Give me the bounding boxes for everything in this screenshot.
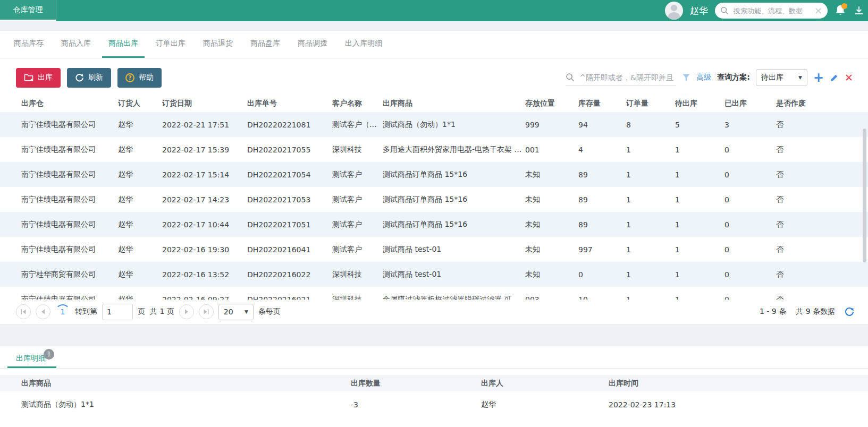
table-row[interactable]: 南宁佳绩电器有限公司赵华2022-02-17 15:14DH2022021705… bbox=[0, 162, 868, 187]
cell: 1 bbox=[675, 287, 724, 300]
download-icon[interactable] bbox=[853, 5, 865, 16]
table-row[interactable]: 南宁桂华商贸有限公司赵华2022-02-16 13:52DH2022021602… bbox=[0, 262, 868, 287]
table-filter[interactable] bbox=[566, 70, 676, 86]
tab-商品库存[interactable]: 商品库存 bbox=[7, 31, 50, 58]
cell: 1 bbox=[626, 212, 675, 237]
cell: -3 bbox=[351, 391, 481, 418]
app-title-tab[interactable]: 仓库管理 bbox=[0, 0, 56, 21]
cell: 2022-02-16 09:27 bbox=[162, 287, 247, 300]
tab-商品盘库[interactable]: 商品盘库 bbox=[244, 31, 286, 58]
detail-header-row: 出库商品出库数量出库人出库时间 bbox=[0, 375, 868, 391]
column-header: 已出库 bbox=[724, 95, 776, 112]
cell: 赵华 bbox=[118, 112, 162, 137]
topbar-right: 赵华 × bbox=[665, 2, 868, 20]
global-search[interactable]: × bbox=[715, 3, 828, 19]
cell: 0 bbox=[578, 262, 626, 287]
per-page-label: 条每页 bbox=[258, 307, 281, 317]
current-page[interactable]: 1 bbox=[55, 304, 70, 319]
table-row[interactable]: 南宁佳绩电器有限公司赵华2022-02-16 19:30DH2022021604… bbox=[0, 237, 868, 262]
funnel-icon[interactable] bbox=[682, 73, 690, 82]
goto-page-input[interactable] bbox=[102, 304, 133, 320]
cell: 1 bbox=[675, 212, 724, 237]
cell: 南宁佳绩电器有限公司 bbox=[0, 212, 118, 237]
refresh-button[interactable]: 刷新 bbox=[67, 68, 111, 88]
topbar: 仓库管理 赵华 × bbox=[0, 0, 868, 21]
cell: 否 bbox=[776, 137, 868, 162]
cell: 0 bbox=[724, 187, 776, 212]
user-avatar[interactable] bbox=[665, 2, 683, 20]
cell: 2022-02-16 13:52 bbox=[162, 262, 247, 287]
cell: DH20220217055 bbox=[247, 137, 332, 162]
toolbar: 出库 刷新 ? 帮助 高级 查询方案: 待出库 bbox=[0, 67, 868, 88]
query-plan-label: 查询方案: bbox=[717, 73, 750, 82]
tab-商品出库[interactable]: 商品出库 bbox=[102, 31, 145, 58]
cell: 赵华 bbox=[118, 287, 162, 300]
detail-panel: 出库明细 1 出库商品出库数量出库人出库时间 测试商品（勿动）1*1-3赵华20… bbox=[0, 346, 868, 427]
column-header: 是否作废 bbox=[776, 95, 868, 112]
cell: 0 bbox=[724, 262, 776, 287]
table-row[interactable]: 南宁佳绩电器有限公司赵华2022-02-21 17:51DH2022022108… bbox=[0, 112, 868, 137]
table-row[interactable]: 南宁佳绩电器有限公司赵华2022-02-17 14:23DH2022021705… bbox=[0, 187, 868, 212]
goto-label: 转到第 bbox=[75, 307, 97, 317]
cell: 南宁佳绩电器有限公司 bbox=[0, 287, 118, 300]
cell: 未知 bbox=[525, 212, 578, 237]
range-label: 1 - 9 条 bbox=[760, 307, 786, 317]
page-size-select[interactable]: 20 ▼ bbox=[218, 304, 254, 320]
page-label: 页 bbox=[138, 307, 145, 317]
last-page-button[interactable] bbox=[199, 304, 214, 319]
tab-outbound-detail[interactable]: 出库明细 1 bbox=[16, 354, 46, 363]
advanced-link[interactable]: 高级 bbox=[696, 73, 711, 82]
avatar-shoulders bbox=[668, 12, 680, 20]
tab-出入库明细[interactable]: 出入库明细 bbox=[339, 31, 389, 58]
vertical-scrollbar[interactable] bbox=[863, 129, 866, 262]
cell: 否 bbox=[776, 162, 868, 187]
query-plan-select[interactable]: 待出库 ▼ bbox=[756, 69, 807, 86]
delete-plan-icon[interactable]: ✕ bbox=[845, 73, 853, 83]
cell: 测试客户（... bbox=[332, 112, 383, 137]
tab-订单出库[interactable]: 订单出库 bbox=[149, 31, 192, 58]
add-plan-button[interactable]: + bbox=[813, 71, 824, 84]
tab-商品调拨[interactable]: 商品调拨 bbox=[291, 31, 334, 58]
notification-bell-icon[interactable] bbox=[835, 4, 846, 17]
column-header: 出库商品 bbox=[0, 375, 351, 391]
first-page-button[interactable] bbox=[16, 304, 31, 319]
prev-page-button[interactable] bbox=[36, 304, 50, 319]
cell: 89 bbox=[578, 162, 626, 187]
user-name: 赵华 bbox=[690, 5, 708, 17]
table-row[interactable]: 南宁佳绩电器有限公司赵华2022-02-17 10:44DH2022021705… bbox=[0, 212, 868, 237]
cell: 测试客户 bbox=[332, 212, 383, 237]
clear-search-icon[interactable]: × bbox=[814, 6, 822, 15]
tab-商品退货[interactable]: 商品退货 bbox=[197, 31, 239, 58]
detail-count-badge: 1 bbox=[44, 349, 54, 360]
reload-icon[interactable] bbox=[845, 307, 854, 317]
column-header: 出库时间 bbox=[609, 375, 868, 391]
total-label: 共 9 条数据 bbox=[796, 307, 835, 317]
cell: 赵华 bbox=[118, 212, 162, 237]
cell: 否 bbox=[776, 112, 868, 137]
cell: 001 bbox=[525, 137, 578, 162]
help-button[interactable]: ? 帮助 bbox=[117, 68, 162, 88]
cell: 测试客户 bbox=[332, 162, 383, 187]
table-row[interactable]: 南宁佳绩电器有限公司赵华2022-02-17 15:39DH2022021705… bbox=[0, 137, 868, 162]
cell: 南宁佳绩电器有限公司 bbox=[0, 137, 118, 162]
tab-商品入库[interactable]: 商品入库 bbox=[55, 31, 97, 58]
column-header: 订单量 bbox=[626, 95, 675, 112]
cell: 1 bbox=[626, 287, 675, 300]
cell: 测试商品（勿动）1*1 bbox=[383, 112, 525, 137]
cell: 赵华 bbox=[118, 162, 162, 187]
cell: 未知 bbox=[525, 187, 578, 212]
table-row[interactable]: 测试商品（勿动）1*1-3赵华2022-02-23 17:13 bbox=[0, 391, 868, 418]
help-icon: ? bbox=[125, 73, 134, 82]
table-row[interactable]: 南宁佳绩电器有限公司赵华2022-02-16 09:27DH2022021602… bbox=[0, 287, 868, 300]
search-icon bbox=[566, 73, 575, 82]
global-search-input[interactable] bbox=[732, 6, 811, 15]
next-page-button[interactable] bbox=[179, 304, 194, 319]
cell: 深圳科技 bbox=[332, 287, 383, 300]
cell: 未知 bbox=[525, 237, 578, 262]
column-header: 出库人 bbox=[481, 375, 609, 391]
cell: 南宁桂华商贸有限公司 bbox=[0, 262, 118, 287]
table-filter-input[interactable] bbox=[578, 73, 676, 82]
cell: 南宁佳绩电器有限公司 bbox=[0, 112, 118, 137]
outbound-button[interactable]: 出库 bbox=[16, 68, 61, 88]
edit-plan-icon[interactable] bbox=[830, 73, 839, 82]
